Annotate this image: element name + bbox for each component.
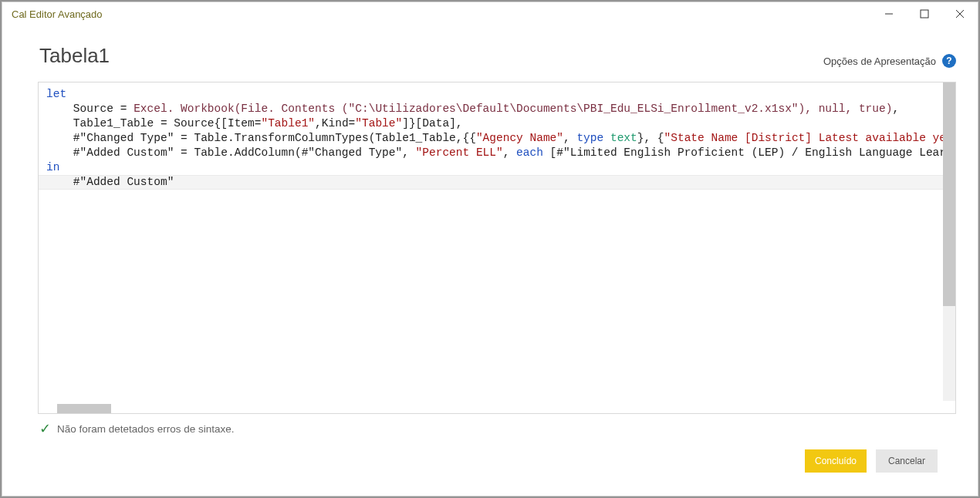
maximize-button[interactable] bbox=[907, 2, 942, 25]
svg-rect-1 bbox=[921, 10, 928, 18]
vertical-scrollbar-thumb[interactable] bbox=[943, 82, 955, 306]
code-text: , bbox=[892, 103, 899, 115]
code-text: #"Changed Type" = Table.TransformColumnT… bbox=[46, 132, 476, 144]
titlebar: Cal Editor Avançado bbox=[2, 2, 978, 25]
minimize-icon bbox=[884, 9, 894, 19]
status-row: ✓ Não foram detetados erros de sintaxe. bbox=[24, 414, 956, 437]
code-text: [#"Limited English Proficient (LEP) / En… bbox=[543, 146, 943, 159]
vertical-scrollbar[interactable] bbox=[943, 82, 955, 401]
horizontal-scrollbar[interactable] bbox=[39, 401, 943, 413]
horizontal-scrollbar-thumb[interactable] bbox=[57, 404, 111, 413]
code-text: }, { bbox=[637, 132, 664, 144]
maximize-icon bbox=[920, 9, 929, 19]
code-str: "State Name [District] Latest available … bbox=[664, 132, 943, 144]
code-type: text bbox=[610, 132, 637, 144]
display-options-label: Opções de Apresentação bbox=[823, 56, 936, 67]
code-text: #"Added Custom" = Table.AddColumn(#"Chan… bbox=[46, 146, 416, 159]
display-options[interactable]: Opções de Apresentação ? bbox=[823, 54, 956, 68]
code-str: "Table" bbox=[355, 117, 402, 130]
page-title: Tabela1 bbox=[39, 44, 110, 68]
status-message: Não foram detetados erros de sintaxe. bbox=[57, 423, 235, 435]
code-fn: Excel. Workbook(File. Contents ("C:\Util… bbox=[133, 103, 892, 115]
cancel-button[interactable]: Cancelar bbox=[876, 449, 938, 473]
window: Cal Editor Avançado Tabela1 Opções de Ap… bbox=[2, 2, 978, 496]
close-button[interactable] bbox=[942, 2, 978, 25]
check-icon: ✓ bbox=[39, 420, 51, 437]
code-text: ]}[Data], bbox=[402, 117, 462, 130]
code-text: Source = bbox=[46, 103, 133, 115]
button-row: Concluído Cancelar bbox=[24, 437, 956, 486]
code-kw: each bbox=[516, 146, 543, 159]
minimize-button[interactable] bbox=[871, 2, 907, 25]
code-str: "Table1" bbox=[261, 117, 315, 130]
done-button[interactable]: Concluído bbox=[805, 449, 867, 473]
window-controls bbox=[871, 2, 978, 25]
code-str: "Agency Name" bbox=[476, 132, 563, 144]
close-icon bbox=[955, 9, 965, 19]
content-area: Tabela1 Opções de Apresentação ? let Sou… bbox=[2, 25, 978, 496]
code-text: ,Kind= bbox=[315, 117, 355, 130]
code-kw-in: in bbox=[46, 161, 59, 173]
code-kw-let: let bbox=[46, 88, 66, 100]
window-title: Cal Editor Avançado bbox=[12, 8, 103, 20]
code-text: , bbox=[503, 146, 516, 159]
code-text: #"Added Custom" bbox=[46, 176, 174, 188]
header-row: Tabela1 Opções de Apresentação ? bbox=[24, 44, 956, 68]
code-text bbox=[603, 132, 610, 144]
code-content[interactable]: let Source = Excel. Workbook(File. Conte… bbox=[39, 82, 943, 401]
code-text: , bbox=[563, 132, 576, 144]
code-str: "Percent ELL" bbox=[416, 146, 503, 159]
code-editor[interactable]: let Source = Excel. Workbook(File. Conte… bbox=[38, 82, 956, 414]
code-kw: type bbox=[576, 132, 603, 144]
help-icon[interactable]: ? bbox=[942, 54, 956, 68]
code-text: Table1_Table = Source{[Item= bbox=[46, 117, 261, 130]
